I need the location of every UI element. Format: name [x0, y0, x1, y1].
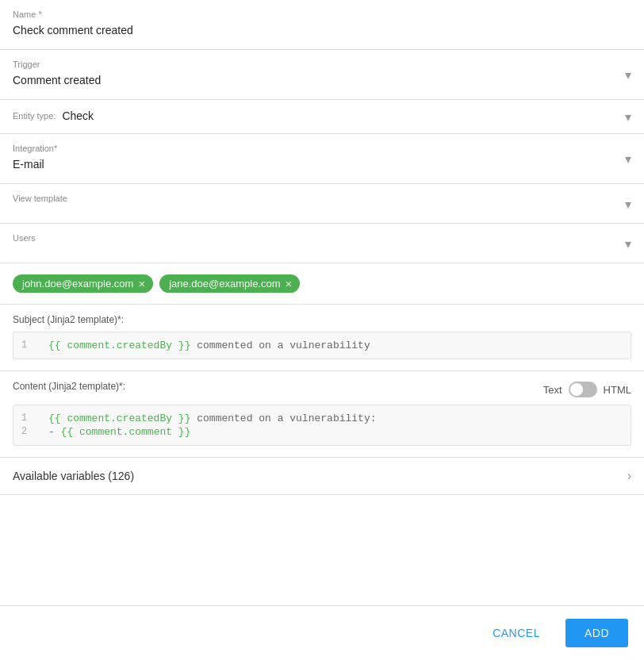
- integration-dropdown-icon: ▾: [625, 152, 631, 167]
- users-dropdown-icon: ▾: [625, 236, 631, 251]
- toggle-text-label: Text: [543, 384, 562, 396]
- content-plain-1: commented on a vulnerability:: [197, 412, 376, 424]
- content-label: Content (Jinja2 template)*:: [13, 381, 125, 392]
- content-jinja-1: {{ comment.createdBy }}: [48, 412, 190, 424]
- content-line-content-1: {{ comment.createdBy }} commented on a v…: [48, 412, 377, 424]
- name-value[interactable]: Check comment created: [13, 22, 631, 38]
- content-section: Content (Jinja2 template)*: Text HTML 1 …: [0, 371, 644, 458]
- subject-jinja-1: {{ comment.createdBy }}: [48, 340, 190, 351]
- view-template-label: View template: [13, 194, 631, 203]
- text-html-toggle[interactable]: [569, 382, 597, 397]
- tag-jane[interactable]: jane.doe@example.com ×: [159, 274, 300, 293]
- integration-label: Integration*: [13, 144, 631, 153]
- trigger-dropdown-icon: ▾: [625, 67, 631, 82]
- subject-line-num-1: 1: [21, 340, 37, 351]
- tags-container: john.doe@example.com × jane.doe@example.…: [0, 263, 644, 305]
- content-editor[interactable]: 1 {{ comment.createdBy }} commented on a…: [13, 405, 631, 446]
- available-vars-label: Available variables (126): [13, 470, 134, 482]
- integration-section[interactable]: Integration* E-mail ▾: [0, 134, 644, 184]
- subject-label: Subject (Jinja2 template)*:: [13, 314, 631, 325]
- trigger-value: Comment created: [13, 72, 631, 88]
- content-line-1: 1 {{ comment.createdBy }} commented on a…: [13, 412, 631, 425]
- view-template-dropdown-icon: ▾: [625, 196, 631, 211]
- entity-type-dropdown-icon: ▾: [625, 109, 631, 125]
- chevron-right-icon: ›: [627, 469, 631, 483]
- tag-john-remove[interactable]: ×: [138, 278, 145, 290]
- integration-value: E-mail: [13, 156, 631, 172]
- content-line-content-2: - {{ comment.comment }}: [48, 426, 190, 438]
- spacer: [0, 495, 644, 558]
- content-line-num-1: 1: [21, 412, 37, 424]
- entity-type-row: Entity type: Check: [13, 109, 631, 122]
- name-label: Name *: [13, 10, 631, 19]
- tag-jane-email: jane.doe@example.com: [169, 278, 280, 290]
- toggle-html-label: HTML: [604, 384, 631, 396]
- content-plain-2: -: [48, 426, 61, 438]
- trigger-label: Trigger: [13, 59, 631, 69]
- subject-editor[interactable]: 1 {{ comment.createdBy }} commented on a…: [13, 332, 631, 359]
- subject-section: Subject (Jinja2 template)*: 1 {{ comment…: [0, 305, 644, 371]
- add-button[interactable]: ADD: [565, 619, 628, 647]
- content-line-num-2: 2: [21, 426, 37, 437]
- tag-john-email: john.doe@example.com: [22, 278, 133, 290]
- toggle-group: Text HTML: [543, 382, 631, 397]
- view-template-section[interactable]: View template ▾: [0, 184, 644, 224]
- tag-jane-remove[interactable]: ×: [286, 278, 293, 290]
- name-section: Name * Check comment created: [0, 0, 644, 50]
- content-line-2: 2 - {{ comment.comment }}: [13, 425, 631, 439]
- trigger-section[interactable]: Trigger Comment created ▾: [0, 50, 644, 100]
- available-vars-row[interactable]: Available variables (126) ›: [0, 458, 644, 495]
- subject-plain-1: commented on a vulnerability: [197, 340, 370, 351]
- cancel-button[interactable]: CANCEL: [477, 619, 556, 647]
- content-jinja-2: {{ comment.comment }}: [61, 426, 191, 438]
- entity-type-label: Entity type:: [13, 111, 56, 121]
- subject-line-1: 1 {{ comment.createdBy }} commented on a…: [13, 339, 631, 352]
- view-template-value: [13, 206, 631, 209]
- tag-john[interactable]: john.doe@example.com ×: [13, 274, 153, 293]
- entity-type-section[interactable]: Entity type: Check ▾: [0, 100, 644, 134]
- entity-type-value: Check: [62, 109, 94, 122]
- users-section[interactable]: Users ▾: [0, 224, 644, 263]
- footer: CANCEL ADD: [0, 605, 644, 660]
- form-container: Name * Check comment created Trigger Com…: [0, 0, 644, 558]
- users-label: Users: [13, 233, 631, 243]
- content-header: Content (Jinja2 template)*: Text HTML: [13, 381, 631, 398]
- subject-line-content-1: {{ comment.createdBy }} commented on a v…: [48, 340, 370, 351]
